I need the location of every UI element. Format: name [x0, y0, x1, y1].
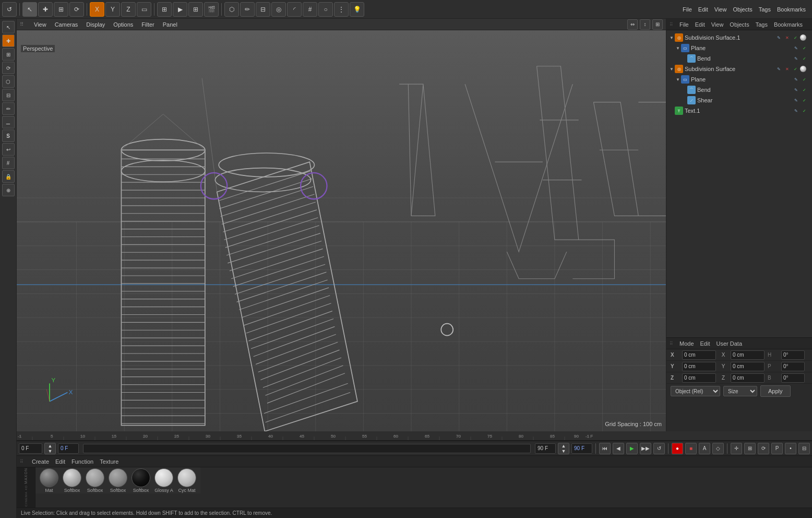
tree-edit-bend-2[interactable]: ✎ — [792, 86, 799, 93]
props-menu-mode[interactable]: Mode — [679, 340, 694, 347]
prop-input-p[interactable] — [781, 362, 805, 371]
timeline-frame-display[interactable] — [58, 443, 79, 454]
tree-edit-bend-1[interactable]: ✎ — [792, 55, 799, 62]
timeline-end-stepper[interactable]: ▲▼ — [558, 443, 569, 454]
vp-menu-filter[interactable]: Filter — [141, 21, 154, 28]
material-softbox4[interactable]: Softbox — [132, 468, 150, 493]
menu-file[interactable]: File — [683, 6, 692, 13]
tree-edit-shear[interactable]: ✎ — [792, 97, 799, 104]
rotate-tool-button[interactable]: ⟳ — [69, 2, 84, 17]
playback-auto-key[interactable]: A — [699, 443, 710, 454]
prop-dropdown-size[interactable]: Size Scale — [723, 386, 757, 396]
sidebar-lock-tool[interactable]: 🔒 — [2, 170, 15, 183]
tree-item-bend-2[interactable]: ▶ ⌒ Bend ✎ ✓ — [668, 85, 810, 95]
tree-edit-plane-2[interactable]: ✎ — [792, 76, 799, 83]
playback-play[interactable]: ▶ — [626, 443, 638, 454]
bm-function[interactable]: Function — [71, 458, 93, 465]
tree-edit-text1[interactable]: ✎ — [792, 107, 799, 114]
material-mat[interactable]: Mat — [40, 468, 58, 493]
bm-edit[interactable]: Edit — [55, 458, 65, 465]
prop-input-b[interactable] — [781, 373, 805, 383]
playback-loop[interactable]: ↺ — [653, 443, 665, 454]
props-menu-userdata[interactable]: User Data — [717, 340, 743, 347]
tree-arrow-1[interactable]: ▼ — [668, 34, 675, 41]
prop-input-y[interactable] — [682, 362, 716, 371]
vp-menu-panel[interactable]: Panel — [163, 21, 177, 28]
sidebar-knife-tool[interactable]: ⚊ — [2, 116, 15, 128]
sidebar-rotate-tool[interactable]: ⟳ — [2, 62, 15, 74]
menu-objects[interactable]: Objects — [733, 6, 752, 13]
tl-scale-btn[interactable]: ⊞ — [744, 443, 756, 454]
tl-layout-btn[interactable]: ⊟ — [798, 443, 810, 454]
tree-arrow-plane-1[interactable]: ▼ — [675, 45, 681, 51]
bm-texture[interactable]: Texture — [100, 458, 118, 465]
grid-button[interactable]: # — [303, 2, 317, 17]
playback-record-key[interactable]: ● — [672, 443, 683, 454]
z-axis-button[interactable]: Z — [121, 2, 136, 17]
sphere-button[interactable]: ◎ — [271, 2, 286, 17]
render-region-button[interactable]: ⊞ — [157, 2, 172, 17]
pen-button[interactable]: ✏ — [240, 2, 255, 17]
playback-keyframe[interactable]: ◇ — [712, 443, 724, 454]
tree-check-plane-1[interactable]: ✓ — [801, 44, 808, 52]
sidebar-magnet-tool[interactable]: ⊕ — [2, 184, 15, 196]
dots-button[interactable]: ⋮ — [334, 2, 349, 17]
rp-menu-objects[interactable]: Objects — [730, 21, 749, 28]
rp-menu-bookmarks[interactable]: Bookmarks — [774, 21, 803, 28]
undo-button[interactable]: ↺ — [2, 2, 17, 17]
sidebar-polygon-tool[interactable]: ⬡ — [2, 75, 15, 88]
tree-item-bend-1[interactable]: ▶ ⌒ Bend ✎ ✓ — [668, 53, 810, 64]
menu-edit[interactable]: Edit — [698, 6, 708, 13]
timeline-scrubber[interactable] — [83, 444, 531, 453]
rp-menu-tags[interactable]: Tags — [756, 21, 768, 28]
tl-pos-btn[interactable]: P — [771, 443, 783, 454]
tree-check-text1[interactable]: ✓ — [801, 107, 808, 114]
sidebar-grid-tool[interactable]: # — [2, 157, 15, 169]
prop-input-z[interactable] — [682, 373, 716, 383]
vp-menu-cameras[interactable]: Cameras — [55, 21, 78, 28]
tree-check-plane-2[interactable]: ✓ — [801, 76, 808, 83]
light-button[interactable]: 💡 — [350, 2, 364, 17]
playback-stop[interactable]: ■ — [685, 443, 697, 454]
sidebar-paint-tool[interactable]: ✏ — [2, 102, 15, 115]
rect-button[interactable]: ▭ — [137, 2, 151, 17]
tree-check-bend-2[interactable]: ✓ — [801, 86, 808, 93]
vp-icon-nav3[interactable]: ⊞ — [652, 19, 663, 30]
menu-tags[interactable]: Tags — [759, 6, 771, 13]
tl-dot-btn[interactable]: • — [785, 443, 796, 454]
material-cyc-mat[interactable]: Cyc Mat — [177, 468, 196, 493]
prop-apply-button[interactable]: Apply — [760, 385, 791, 397]
prop-input-x[interactable] — [682, 350, 716, 360]
viewport-canvas[interactable]: Perspective — [17, 30, 666, 431]
render-active-button[interactable]: ▶ — [173, 2, 187, 17]
tree-check-shear[interactable]: ✓ — [801, 97, 808, 104]
sidebar-hook-tool[interactable]: ↩ — [2, 143, 15, 156]
arc-button[interactable]: ◜ — [287, 2, 302, 17]
rp-menu-file[interactable]: File — [679, 21, 689, 28]
prop-input-y2[interactable] — [731, 362, 765, 371]
sidebar-mesh-tool[interactable]: ⊟ — [2, 89, 15, 101]
tree-edit-1[interactable]: ✎ — [775, 34, 782, 41]
rp-menu-edit[interactable]: Edit — [695, 21, 705, 28]
tree-item-text1[interactable]: ▶ T Text.1 ✎ ✓ — [668, 105, 810, 116]
vp-menu-options[interactable]: Options — [113, 21, 133, 28]
tree-check-bend-1[interactable]: ✓ — [801, 55, 808, 62]
y-axis-button[interactable]: Y — [105, 2, 120, 17]
prop-input-x2[interactable] — [731, 350, 765, 360]
tree-item-shear[interactable]: ▶ ⟋ Shear ✎ ✓ — [668, 95, 810, 105]
prop-dropdown-coord[interactable]: Object (Rel) World Local — [671, 386, 720, 396]
cube-button[interactable]: ⬡ — [224, 2, 239, 17]
tl-rotate-btn[interactable]: ⟳ — [758, 443, 769, 454]
tree-edit-plane-1[interactable]: ✎ — [792, 44, 799, 52]
tree-item-plane-1[interactable]: ▼ ▭ Plane ✎ ✓ — [668, 43, 810, 53]
material-glossy-a[interactable]: Glossy A — [154, 468, 173, 493]
move-tool-button[interactable]: ✚ — [38, 2, 53, 17]
playback-next-frame[interactable]: ▶▶ — [640, 443, 651, 454]
timeline-total-frames[interactable] — [571, 443, 592, 454]
x-axis-button[interactable]: X — [90, 2, 104, 17]
timeline-frame-current[interactable] — [19, 443, 42, 454]
circle-button[interactable]: ○ — [318, 2, 333, 17]
timeline-end-frame[interactable] — [535, 443, 556, 454]
tree-check-2[interactable]: ✓ — [792, 65, 799, 73]
render-all-button[interactable]: ⊞ — [188, 2, 203, 17]
